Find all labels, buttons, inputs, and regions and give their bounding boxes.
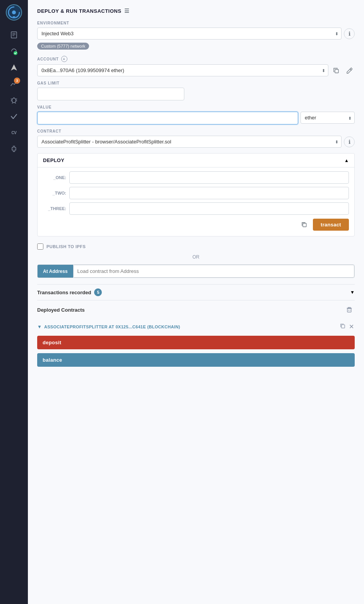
sidebar-icon-debug[interactable] bbox=[7, 93, 21, 107]
param-two-input-wrap: 0x5DBaBe19DD1fedba1B20047059DCd755D8221B… bbox=[69, 187, 349, 199]
param-three-label: _THREE: bbox=[43, 206, 66, 211]
environment-label: ENVIRONMENT bbox=[37, 21, 355, 25]
contract-instance-header: ▼ ASSOCIATEPROFITSPLITTER AT 0X125...C64… bbox=[37, 322, 355, 331]
deploy-section: DEPLOY ▲ _ONE: 0x0616d31438078849D3bf665… bbox=[37, 153, 355, 236]
value-input[interactable]: 12 bbox=[37, 112, 298, 124]
copy-contract-button[interactable] bbox=[339, 323, 347, 331]
at-address-input[interactable] bbox=[73, 265, 354, 278]
analytics-badge: 3 bbox=[14, 78, 20, 84]
contract-select[interactable]: AssociateProfitSplitter - browser/Associ… bbox=[37, 136, 342, 148]
sidebar-icon-plugin[interactable] bbox=[7, 142, 21, 156]
deploy-actions: transact bbox=[43, 219, 349, 231]
svg-point-6 bbox=[14, 51, 17, 55]
value-row: 12 ether wei gwei finney ⬍ bbox=[37, 112, 355, 124]
param-one-input[interactable]: 0x0616d31438078849D3bf66591855B3D3239a9E… bbox=[69, 171, 349, 184]
param-three-input-wrap: 0x3e9D41Ec700b98C773f2599052a3590931bEa9… bbox=[69, 202, 349, 215]
publish-ipfs-checkbox[interactable] bbox=[37, 243, 43, 250]
param-one-label: _ONE: bbox=[43, 175, 66, 180]
gas-limit-input[interactable]: 3000000 bbox=[37, 88, 184, 100]
svg-rect-2 bbox=[11, 32, 17, 38]
environment-select[interactable]: Injected Web3 JavaScript VM Web3 Provide… bbox=[37, 28, 342, 40]
param-row-one: _ONE: 0x0616d31438078849D3bf66591855B3D3… bbox=[43, 171, 349, 184]
gas-limit-label: GAS LIMIT bbox=[37, 81, 355, 85]
deployed-contracts-header: Deployed Contracts bbox=[37, 300, 355, 319]
transactions-row[interactable]: Transactions recorded 5 ▼ bbox=[37, 284, 355, 300]
balance-button[interactable]: balance bbox=[37, 353, 355, 367]
account-label: ACCOUNT + bbox=[37, 56, 355, 62]
svg-point-1 bbox=[12, 10, 16, 14]
deploy-header[interactable]: DEPLOY ▲ bbox=[38, 154, 354, 167]
sidebar-icon-files[interactable] bbox=[7, 28, 21, 42]
sidebar: 3 CV bbox=[0, 0, 28, 604]
page-title-text: DEPLOY & RUN TRANSACTIONS bbox=[37, 8, 121, 14]
contract-instance-actions: ✕ bbox=[339, 322, 355, 331]
param-row-two: _TWO: 0x5DBaBe19DD1fedba1B20047059DCd755… bbox=[43, 187, 349, 199]
contract-instance-chevron[interactable]: ▼ bbox=[37, 324, 42, 330]
transact-button[interactable]: transact bbox=[313, 219, 349, 231]
contract-select-wrap: AssociateProfitSplitter - browser/Associ… bbox=[37, 136, 342, 148]
copy-account-button[interactable] bbox=[331, 65, 342, 76]
transactions-chevron-icon: ▼ bbox=[350, 290, 355, 295]
svg-line-10 bbox=[11, 99, 12, 99]
environment-select-wrap: Injected Web3 JavaScript VM Web3 Provide… bbox=[37, 28, 342, 40]
environment-row: Injected Web3 JavaScript VM Web3 Provide… bbox=[37, 28, 355, 40]
contract-instance: ▼ ASSOCIATEPROFITSPLITTER AT 0X125...C64… bbox=[37, 322, 355, 371]
value-label: VALUE bbox=[37, 105, 355, 109]
svg-marker-7 bbox=[11, 64, 17, 71]
sidebar-icon-analytics[interactable]: 3 bbox=[7, 77, 21, 91]
contract-instance-name: ASSOCIATEPROFITSPLITTER AT 0X125...C641E… bbox=[44, 324, 337, 329]
sidebar-icon-compile[interactable] bbox=[7, 44, 21, 58]
deploy-body: _ONE: 0x0616d31438078849D3bf66591855B3D3… bbox=[38, 167, 354, 236]
deploy-chevron-icon: ▲ bbox=[344, 158, 349, 163]
svg-point-8 bbox=[12, 98, 16, 103]
deploy-title: DEPLOY bbox=[43, 157, 64, 163]
deployed-contracts-label: Deployed Contracts bbox=[37, 307, 85, 313]
delete-contracts-button[interactable] bbox=[344, 304, 355, 315]
contract-info-button[interactable]: ℹ bbox=[344, 136, 355, 147]
account-select[interactable]: 0x8Ea...970A6 (109.99509974 ether) bbox=[37, 64, 328, 76]
or-divider: OR bbox=[37, 254, 355, 260]
contract-label: CONTRACT bbox=[37, 129, 355, 133]
value-unit-select[interactable]: ether wei gwei finney bbox=[300, 112, 355, 124]
edit-account-button[interactable] bbox=[344, 65, 355, 76]
svg-rect-17 bbox=[303, 223, 306, 227]
param-two-input[interactable]: 0x5DBaBe19DD1fedba1B20047059DCd755D8221B… bbox=[69, 187, 349, 199]
network-badge: Custom (5777) network bbox=[37, 40, 355, 51]
title-icon: ☰ bbox=[124, 8, 130, 14]
publish-ipfs-label: PUBLISH TO IPFS bbox=[46, 244, 86, 249]
account-row: 0x8Ea...970A6 (109.99509974 ether) ⬍ bbox=[37, 64, 355, 76]
param-row-three: _THREE: 0x3e9D41Ec700b98C773f2599052a359… bbox=[43, 202, 349, 215]
svg-line-14 bbox=[12, 103, 13, 104]
svg-line-11 bbox=[16, 99, 17, 99]
param-one-input-wrap: 0x0616d31438078849D3bf66591855B3D3239a9E… bbox=[69, 171, 349, 184]
account-select-wrap: 0x8Ea...970A6 (109.99509974 ether) ⬍ bbox=[37, 64, 328, 76]
page-title-row: DEPLOY & RUN TRANSACTIONS ☰ bbox=[37, 8, 355, 14]
deposit-button[interactable]: deposit bbox=[37, 336, 355, 349]
main-panel: DEPLOY & RUN TRANSACTIONS ☰ ENVIRONMENT … bbox=[28, 0, 364, 604]
svg-rect-18 bbox=[347, 309, 351, 312]
logo-icon[interactable] bbox=[5, 4, 22, 21]
publish-row: PUBLISH TO IPFS bbox=[37, 243, 355, 250]
svg-line-15 bbox=[15, 103, 16, 104]
sidebar-icon-cv[interactable]: CV bbox=[7, 126, 21, 140]
add-account-button[interactable]: + bbox=[61, 56, 67, 62]
at-address-row: At Address bbox=[37, 264, 355, 278]
transactions-count-badge: 5 bbox=[94, 288, 102, 296]
param-two-label: _TWO: bbox=[43, 191, 66, 195]
svg-rect-16 bbox=[335, 69, 338, 73]
copy-deploy-button[interactable] bbox=[299, 219, 310, 230]
at-address-button[interactable]: At Address bbox=[38, 265, 73, 278]
close-contract-button[interactable]: ✕ bbox=[348, 322, 355, 331]
environment-info-button[interactable]: ℹ bbox=[344, 28, 355, 39]
transactions-label: Transactions recorded 5 bbox=[37, 288, 102, 296]
sidebar-icon-deploy[interactable] bbox=[7, 60, 21, 74]
contract-row: AssociateProfitSplitter - browser/Associ… bbox=[37, 136, 355, 148]
param-three-input[interactable]: 0x3e9D41Ec700b98C773f2599052a3590931bEa9… bbox=[69, 202, 349, 215]
sidebar-icon-verify[interactable] bbox=[7, 109, 21, 123]
value-unit-wrap: ether wei gwei finney ⬍ bbox=[300, 112, 355, 124]
svg-rect-21 bbox=[342, 324, 345, 328]
value-input-wrap: 12 bbox=[37, 112, 298, 124]
